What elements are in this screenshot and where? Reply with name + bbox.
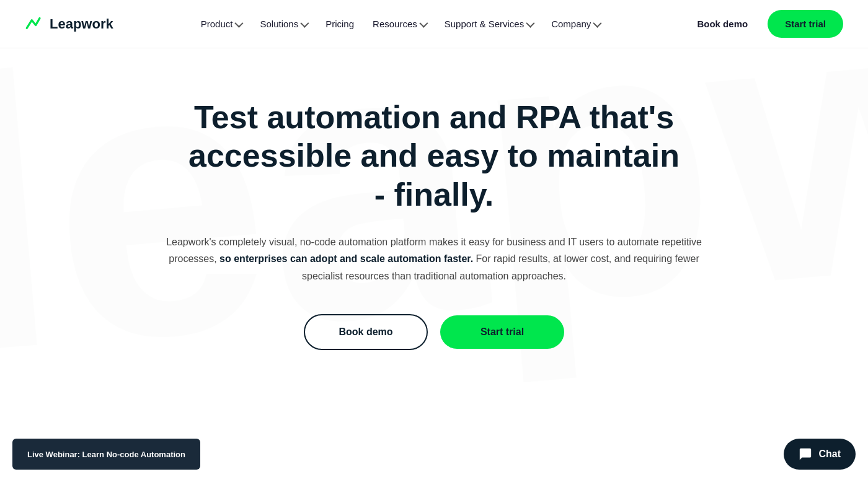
nav-book-demo-button[interactable]: Book demo xyxy=(687,14,758,34)
logo-text: Leapwork xyxy=(50,16,113,32)
logo[interactable]: Leapwork xyxy=(25,14,113,34)
nav-link-solutions[interactable]: Solutions xyxy=(252,14,314,34)
hero-buttons: Book demo Start trial xyxy=(304,314,564,350)
nav-link-resources[interactable]: Resources xyxy=(365,14,433,34)
nav-item-resources[interactable]: Resources xyxy=(365,14,433,34)
webinar-label: Live Webinar: Learn No-code Automation xyxy=(27,450,185,459)
hero-title: Test automation and RPA that's accessibl… xyxy=(186,98,682,214)
nav-item-support[interactable]: Support & Services xyxy=(437,14,540,34)
chat-label: Chat xyxy=(818,449,841,460)
nav-link-pricing[interactable]: Pricing xyxy=(318,14,361,34)
webinar-banner[interactable]: Live Webinar: Learn No-code Automation xyxy=(12,439,200,470)
chat-icon xyxy=(799,447,812,461)
hero-section: Test automation and RPA that's accessibl… xyxy=(0,48,868,375)
chat-widget[interactable]: Chat xyxy=(784,439,856,470)
nav-links: Product Solutions Pricing Resources Supp… xyxy=(193,14,608,34)
chevron-down-icon xyxy=(235,19,244,27)
chevron-down-icon xyxy=(593,19,602,27)
nav-link-product[interactable]: Product xyxy=(193,14,249,34)
chevron-down-icon xyxy=(526,19,535,27)
nav-item-solutions[interactable]: Solutions xyxy=(252,14,314,34)
nav-actions: Book demo Start trial xyxy=(687,10,843,38)
navbar: Leapwork Product Solutions Pricing Resou… xyxy=(0,0,868,48)
hero-subtitle: Leapwork's completely visual, no-code au… xyxy=(164,234,704,284)
nav-item-pricing[interactable]: Pricing xyxy=(318,14,361,34)
hero-subtitle-bold: so enterprises can adopt and scale autom… xyxy=(219,253,473,264)
nav-link-support[interactable]: Support & Services xyxy=(437,14,540,34)
logo-icon xyxy=(25,14,45,34)
nav-start-trial-button[interactable]: Start trial xyxy=(768,10,843,38)
nav-item-product[interactable]: Product xyxy=(193,14,249,34)
nav-item-company[interactable]: Company xyxy=(544,14,607,34)
chevron-down-icon xyxy=(419,19,428,27)
nav-link-company[interactable]: Company xyxy=(544,14,607,34)
hero-start-trial-button[interactable]: Start trial xyxy=(440,315,564,349)
hero-book-demo-button[interactable]: Book demo xyxy=(304,314,428,350)
chevron-down-icon xyxy=(301,19,309,27)
